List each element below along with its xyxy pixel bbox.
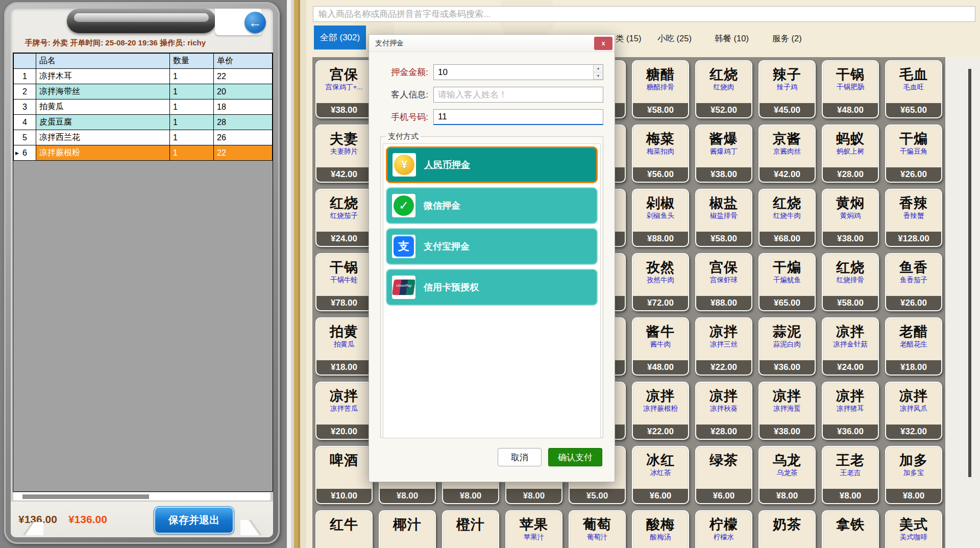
tab-all-categories[interactable]: 全部 (302): [314, 26, 366, 49]
table-row[interactable]: ▶6凉拌蕨根粉122: [14, 145, 273, 161]
product-card[interactable]: 老醋老醋花生¥18.00: [885, 317, 942, 376]
spinner-up-icon[interactable]: ▲: [594, 65, 603, 72]
table-row[interactable]: 3拍黄瓜118: [14, 99, 273, 115]
product-card[interactable]: 美式美式咖啡: [885, 510, 942, 548]
product-subtitle: 柠檬水: [714, 533, 734, 541]
product-card[interactable]: 凉拌凉拌海蜇¥38.00: [758, 382, 816, 440]
product-card[interactable]: 椰汁: [379, 510, 436, 548]
product-card[interactable]: 拍黄拍黄瓜¥18.00: [315, 317, 373, 376]
product-card[interactable]: 奶茶: [758, 510, 816, 548]
amount-spinner[interactable]: ▲ ▼: [593, 65, 603, 80]
product-card[interactable]: 辣子辣子鸡¥45.00: [758, 60, 816, 118]
product-card[interactable]: 酸梅酸梅汤: [632, 510, 689, 548]
product-card[interactable]: 凉拌凉拌三丝¥22.00: [695, 317, 752, 376]
confirm-pay-button[interactable]: 确认支付: [548, 448, 602, 466]
table-horizontal-scrollbar[interactable]: [13, 492, 271, 501]
guest-name-field[interactable]: 请输入客人姓名！: [433, 87, 603, 103]
product-price: ¥42.00: [760, 167, 815, 182]
product-card[interactable]: 加多加多宝¥8.00: [885, 446, 942, 504]
product-card[interactable]: 葡萄葡萄汁: [569, 510, 626, 548]
product-name: 红烧: [836, 259, 865, 276]
category-tab[interactable]: 服务 (2): [772, 31, 802, 46]
save-exit-button[interactable]: 保存并退出: [154, 507, 234, 534]
product-card[interactable]: 绿茶¥6.00: [695, 446, 752, 504]
grid-scrollbar[interactable]: [968, 69, 971, 477]
product-card[interactable]: 剁椒剁椒鱼头¥88.00: [632, 189, 689, 247]
payment-method-option[interactable]: ✓微信押金: [386, 187, 598, 224]
product-card[interactable]: 凉拌凉拌苦瓜¥20.00: [315, 382, 373, 440]
dialog-title-bar[interactable]: 支付押金: [369, 35, 615, 52]
product-card[interactable]: 红牛: [315, 510, 373, 548]
product-card[interactable]: 凉拌凉拌金针菇¥24.00: [822, 317, 879, 376]
product-card[interactable]: 凉拌凉拌凤爪¥32.00: [885, 382, 942, 440]
product-card[interactable]: 糖醋糖醋排骨¥58.00: [632, 60, 689, 118]
payment-method-option[interactable]: UnionPay信用卡预授权: [386, 269, 598, 306]
product-card[interactable]: 拿铁: [822, 510, 879, 548]
product-subtitle: 乌龙茶: [777, 468, 798, 477]
deposit-amount-field[interactable]: 10 ▲ ▼: [433, 64, 603, 80]
category-tab[interactable]: 小吃 (25): [657, 31, 692, 46]
product-card[interactable]: 凉拌凉拌秋葵¥28.00: [695, 382, 752, 440]
product-card[interactable]: 孜然孜然牛肉¥72.00: [632, 253, 689, 311]
product-card[interactable]: 干锅干锅肥肠¥48.00: [822, 60, 879, 118]
product-subtitle: 干锅牛蛙: [330, 276, 358, 284]
table-row[interactable]: 1凉拌木耳122: [14, 69, 273, 84]
phone-number-value: 11: [438, 112, 447, 122]
product-card[interactable]: 红烧红烧肉¥52.00: [695, 60, 752, 118]
item-qty: 1: [170, 115, 214, 130]
product-name: 红烧: [709, 66, 738, 83]
product-card[interactable]: 夫妻夫妻肺片¥42.00: [315, 124, 373, 183]
product-card[interactable]: 干锅干锅牛蛙¥78.00: [315, 253, 373, 311]
product-card[interactable]: 红烧红烧牛肉¥68.00: [758, 189, 816, 247]
product-card[interactable]: 红烧红烧排骨¥58.00: [822, 253, 879, 311]
category-tab[interactable]: 韩餐 (10): [715, 31, 749, 46]
product-card[interactable]: 毛血毛血旺¥65.00: [885, 60, 942, 118]
cancel-button[interactable]: 取消: [498, 448, 542, 466]
product-card[interactable]: 椒盐椒盐排骨¥58.00: [695, 189, 752, 247]
product-name: 夫妻: [330, 131, 358, 147]
product-card[interactable]: 香辣香辣蟹¥128.00: [885, 189, 942, 247]
product-name: 奶茶: [773, 516, 801, 533]
spinner-down-icon[interactable]: ▼: [594, 72, 603, 80]
product-price: ¥20.00: [316, 425, 372, 439]
product-subtitle: 葡萄汁: [587, 533, 608, 541]
product-card[interactable]: 干煸干煸豆角¥26.00: [885, 124, 942, 183]
product-card[interactable]: 蚂蚁蚂蚁上树¥28.00: [822, 124, 879, 183]
product-card[interactable]: 苹果苹果汁: [505, 510, 562, 548]
product-card[interactable]: 鱼香鱼香茄子¥26.00: [885, 253, 942, 311]
payment-method-option[interactable]: 支支付宝押金: [386, 228, 598, 265]
product-card[interactable]: 宫保宫保虾球¥88.00: [695, 253, 752, 311]
product-card[interactable]: 梅菜梅菜扣肉¥56.00: [632, 124, 689, 183]
category-tab[interactable]: 类 (15): [616, 31, 641, 46]
phone-number-field[interactable]: 11: [433, 109, 603, 125]
product-card[interactable]: 干煸干煸鱿鱼¥65.00: [758, 253, 816, 311]
product-card[interactable]: 凉拌凉拌蕨根粉¥22.00: [632, 382, 689, 440]
table-row[interactable]: 5凉拌西兰花126: [14, 130, 273, 145]
product-card[interactable]: 王老王老吉¥8.00: [822, 446, 879, 504]
product-card[interactable]: 凉拌凉拌猪耳¥36.00: [822, 382, 879, 440]
product-card[interactable]: 啤酒¥10.00: [315, 446, 373, 504]
product-card[interactable]: 橙汁: [442, 510, 499, 548]
close-icon[interactable]: x: [594, 37, 612, 50]
product-card[interactable]: 蒜泥蒜泥白肉¥36.00: [758, 317, 816, 376]
product-card[interactable]: 黄焖黄焖鸡¥38.00: [822, 189, 879, 247]
search-input[interactable]: [313, 6, 975, 22]
item-price: 28: [214, 115, 273, 130]
product-card[interactable]: 宫保宫保鸡丁+...¥38.00: [315, 60, 373, 118]
product-card[interactable]: 酱爆酱爆鸡丁¥38.00: [695, 124, 752, 183]
back-button[interactable]: ←: [244, 12, 266, 33]
payment-method-selected[interactable]: ¥人民币押金: [386, 146, 598, 183]
product-card[interactable]: 京酱京酱肉丝¥42.00: [758, 124, 816, 183]
product-card[interactable]: 冰红冰红茶¥6.00: [632, 446, 689, 504]
product-name: 香辣: [899, 195, 928, 211]
guest-name-placeholder: 请输入客人姓名！: [438, 89, 507, 101]
product-card[interactable]: 红烧红烧茄子¥24.00: [315, 189, 373, 247]
scrollbar-thumb[interactable]: [22, 494, 149, 499]
product-card[interactable]: 柠檬柠檬水: [695, 510, 752, 548]
table-row[interactable]: 4皮蛋豆腐128: [14, 115, 273, 130]
product-card[interactable]: 乌龙乌龙茶¥8.00: [758, 446, 816, 504]
product-name: 鱼香: [899, 259, 928, 276]
product-card[interactable]: 酱牛酱牛肉¥48.00: [632, 317, 689, 376]
product-name: 美式: [899, 516, 928, 533]
table-row[interactable]: 2凉拌海带丝120: [14, 84, 273, 99]
